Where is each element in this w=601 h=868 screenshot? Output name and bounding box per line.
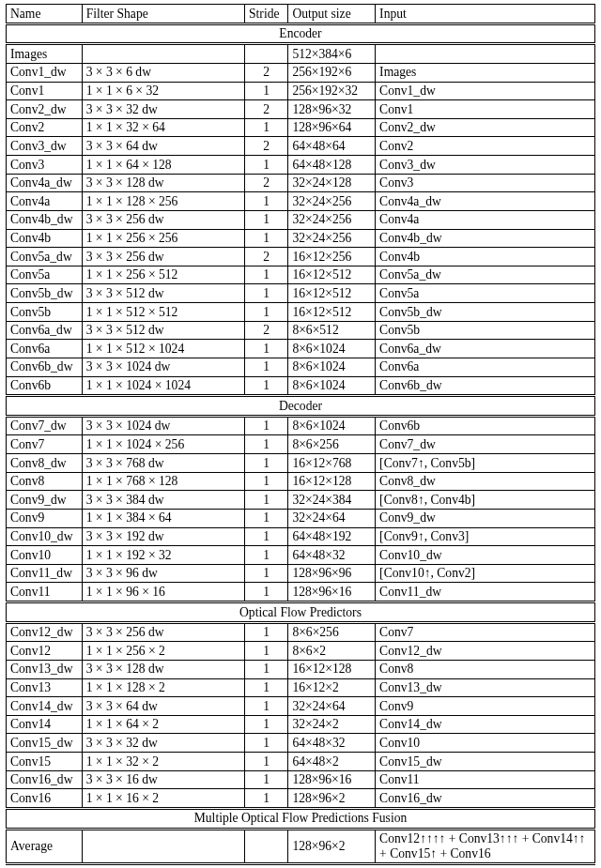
table-row: Conv15_dw3 × 3 × 32 dw164×48×32Conv10	[7, 734, 595, 753]
table-row: Conv111 × 1 × 96 × 161128×96×16Conv11_dw	[7, 583, 595, 602]
cell: Conv5a	[376, 284, 595, 303]
cell: Conv6b_dw	[376, 376, 595, 396]
cell: 1	[245, 156, 288, 175]
cell: 16×12×512	[288, 303, 376, 322]
cell: 128×96×64	[288, 118, 376, 137]
cell: 1 × 1 × 256 × 512	[82, 266, 244, 284]
table-row: Conv151 × 1 × 32 × 2164×48×2Conv15_dw	[7, 753, 595, 771]
cell: 1	[245, 454, 288, 473]
cell: 16×12×2	[288, 678, 376, 697]
table-row: Conv3_dw3 × 3 × 64 dw264×48×64Conv2	[7, 137, 595, 156]
cell: Conv12↑↑↑↑ + Conv13↑↑↑ + Conv14↑↑ + Conv…	[376, 830, 595, 864]
table-row: Conv16_dw3 × 3 × 16 dw1128×96×16Conv11	[7, 770, 595, 789]
cell: Conv6b_dw	[7, 358, 83, 376]
cell: Conv5b	[7, 303, 83, 322]
cell: Conv4a_dw	[7, 174, 83, 192]
cell: 128×96×96	[288, 564, 376, 583]
cell: 32×24×128	[288, 174, 376, 192]
cell: Conv6b	[376, 418, 595, 435]
col-header: Stride	[245, 5, 288, 24]
cell: 3 × 3 × 256 dw	[82, 210, 244, 229]
table-row: Conv6b1 × 1 × 1024 × 102418×6×1024Conv6b…	[7, 376, 595, 396]
cell: 256×192×6	[288, 63, 376, 82]
col-header: Input	[376, 5, 595, 24]
cell: 1 × 1 × 32 × 64	[82, 118, 244, 137]
table-row: Conv21 × 1 × 32 × 641128×96×64Conv2_dw	[7, 118, 595, 137]
architecture-table: NameFilter ShapeStrideOutput sizeInputEn…	[6, 4, 595, 865]
cell: Conv4a_dw	[376, 192, 595, 211]
cell: Conv6a_dw	[7, 321, 83, 340]
cell: 128×96×32	[288, 100, 376, 119]
cell: Conv10	[376, 734, 595, 753]
cell: 1	[245, 229, 288, 248]
cell: 1	[245, 527, 288, 546]
col-header: Output size	[288, 5, 376, 24]
cell: 1	[245, 340, 288, 358]
cell: Average	[7, 830, 83, 864]
cell: 3 × 3 × 192 dw	[82, 527, 244, 546]
table-row: Conv81 × 1 × 768 × 128116×12×128Conv8_dw	[7, 472, 595, 491]
cell: 3 × 3 × 16 dw	[82, 770, 244, 789]
cell: Conv4a	[376, 210, 595, 229]
cell: Conv4a	[7, 192, 83, 211]
cell: Conv11	[376, 770, 595, 789]
cell: Conv3	[376, 174, 595, 192]
cell: 1	[245, 284, 288, 303]
cell: 3 × 3 × 1024 dw	[82, 418, 244, 435]
table-row: Conv131 × 1 × 128 × 2116×12×2Conv13_dw	[7, 678, 595, 697]
table-row: Conv5a_dw3 × 3 × 256 dw216×12×256Conv4b	[7, 248, 595, 266]
table-row: Conv141 × 1 × 64 × 2132×24×2Conv14_dw	[7, 715, 595, 734]
cell: 8×6×256	[288, 624, 376, 642]
cell: Conv9_dw	[376, 509, 595, 527]
cell: Conv5b_dw	[376, 303, 595, 322]
cell: Conv14_dw	[7, 697, 83, 716]
cell: Conv8	[376, 660, 595, 678]
cell: 1 × 1 × 128 × 256	[82, 192, 244, 211]
cell: 1 × 1 × 768 × 128	[82, 472, 244, 491]
cell: 1 × 1 × 1024 × 1024	[82, 376, 244, 396]
cell: Conv9	[7, 509, 83, 527]
cell: 2	[245, 63, 288, 82]
cell: 1	[245, 678, 288, 697]
cell: Conv4b_dw	[376, 229, 595, 248]
cell: 1 × 1 × 192 × 32	[82, 546, 244, 565]
cell: Conv11_dw	[7, 564, 83, 583]
table-row: Images512×384×6	[7, 45, 595, 63]
section-title: Multiple Optical Flow Predictions Fusion	[7, 810, 595, 829]
cell: Conv2_dw	[7, 100, 83, 119]
cell: Conv16_dw	[7, 770, 83, 789]
cell: 128×96×2	[288, 789, 376, 809]
cell: Conv12_dw	[7, 624, 83, 642]
cell: 3 × 3 × 128 dw	[82, 174, 244, 192]
cell: Conv13	[7, 678, 83, 697]
cell: Conv7_dw	[376, 435, 595, 454]
cell: 1	[245, 789, 288, 809]
cell: 1	[245, 660, 288, 678]
cell: 256×192×32	[288, 82, 376, 100]
table-row: Conv4b1 × 1 × 256 × 256132×24×256Conv4b_…	[7, 229, 595, 248]
cell: 2	[245, 321, 288, 340]
cell: Conv15	[7, 753, 83, 771]
cell: Conv16_dw	[376, 789, 595, 809]
cell	[82, 830, 244, 864]
cell: [Conv8↑, Conv4b]	[376, 491, 595, 510]
table-row: Conv161 × 1 × 16 × 21128×96×2Conv16_dw	[7, 789, 595, 809]
cell: Conv10_dw	[376, 546, 595, 565]
cell: 1	[245, 303, 288, 322]
cell: Conv7	[376, 624, 595, 642]
cell: Conv6b	[7, 376, 83, 396]
cell: 3 × 3 × 96 dw	[82, 564, 244, 583]
cell: 3 × 3 × 64 dw	[82, 137, 244, 156]
cell: 1	[245, 210, 288, 229]
cell: Conv8	[7, 472, 83, 491]
table-row: Average128×96×2Conv12↑↑↑↑ + Conv13↑↑↑ + …	[7, 830, 595, 864]
cell: Conv7_dw	[7, 418, 83, 435]
table-row: Conv6a1 × 1 × 512 × 102418×6×1024Conv6a_…	[7, 340, 595, 358]
cell: Conv14	[7, 715, 83, 734]
cell: 8×6×1024	[288, 340, 376, 358]
cell: Conv4b	[376, 248, 595, 266]
cell: Conv10	[7, 546, 83, 565]
cell: 3 × 3 × 64 dw	[82, 697, 244, 716]
cell: Conv12	[7, 642, 83, 661]
cell: Images	[376, 63, 595, 82]
